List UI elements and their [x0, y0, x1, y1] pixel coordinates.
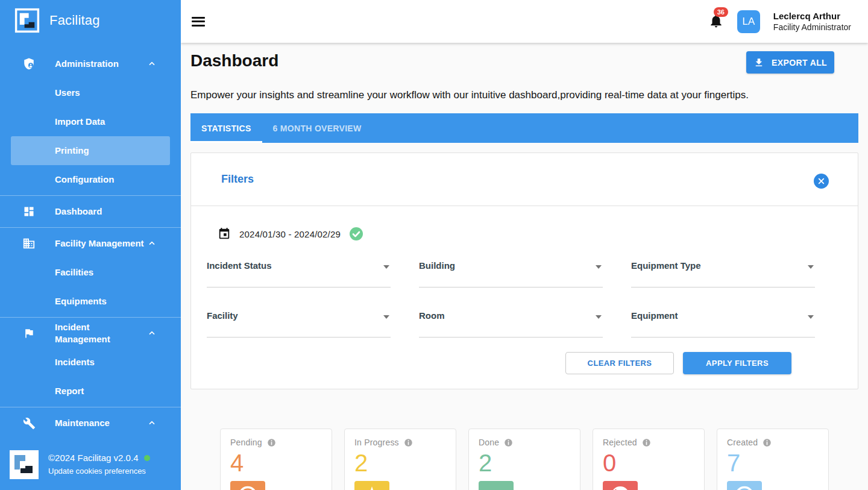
app-logo[interactable]: Facilitag [0, 0, 181, 39]
close-icon [817, 177, 825, 185]
chevron-down-icon [596, 265, 602, 269]
check-circle-icon [349, 227, 363, 241]
room-select[interactable]: Room [419, 310, 603, 338]
stat-card: Created 7 [717, 429, 829, 490]
sidebar-item-report[interactable]: Report [0, 377, 181, 406]
facilitag-footer-logo-icon [10, 450, 39, 479]
info-icon[interactable] [763, 438, 772, 447]
date-range-value: 2024/01/30 - 2024/02/29 [239, 229, 341, 239]
sidebar-divider [0, 227, 181, 228]
chevron-down-icon [808, 315, 814, 319]
info-icon[interactable] [642, 438, 651, 447]
page-title: Dashboard [190, 51, 278, 71]
stat-card: Pending 4 [220, 429, 332, 490]
topbar: 36 LA Leclercq Arthur Facility Administr… [181, 0, 868, 43]
filters-title: Filters [221, 173, 254, 186]
app-title: Facilitag [49, 13, 100, 28]
sidebar-item-facilities[interactable]: Facilities [0, 258, 181, 287]
dashboard-grid-icon [22, 204, 36, 219]
facilitag-logo-icon [14, 8, 40, 33]
stat-card: In Progress 2 [344, 429, 456, 490]
tab-statistics[interactable]: STATISTICS [190, 113, 262, 143]
user-role: Facility Administrator [773, 22, 851, 33]
sidebar-menu: Administration Users Import Data Printin… [0, 49, 181, 438]
chevron-up-icon [147, 59, 157, 69]
sidebar-divider [0, 317, 181, 318]
done-check-icon [479, 481, 514, 490]
stats-cards-row: Pending 4 In Progress 2 Done 2 [190, 429, 858, 490]
admin-shield-icon [22, 57, 36, 71]
sidebar: Facilitag Administration Users Import Da… [0, 0, 181, 490]
chevron-up-icon [147, 328, 157, 338]
hamburger-menu-icon[interactable] [192, 17, 205, 27]
filters-panel: Filters 2024/01/30 - 2024/02/29 Incident… [190, 152, 858, 389]
sidebar-divider [0, 407, 181, 407]
sidebar-footer: ©2024 Facilitag v2.0.4 Update cookies pr… [0, 443, 181, 490]
export-all-button[interactable]: EXPORT ALL [746, 51, 834, 74]
sidebar-item-configuration[interactable]: Configuration [0, 165, 181, 194]
clear-filters-button[interactable]: CLEAR FILTERS [565, 352, 674, 374]
page-subtitle: Empower your insights and streamline you… [190, 89, 858, 101]
wrench-icon [22, 416, 36, 430]
equipment-type-select[interactable]: Equipment Type [631, 260, 815, 287]
user-name: Leclercq Arthur [773, 10, 851, 22]
avatar[interactable]: LA [737, 10, 760, 33]
sidebar-item-incident-management[interactable]: Incident Management [0, 319, 181, 348]
info-icon[interactable] [267, 438, 276, 447]
sidebar-item-printing[interactable]: Printing [11, 136, 170, 165]
equipment-select[interactable]: Equipment [631, 310, 815, 338]
stat-card: Done 2 [468, 429, 580, 490]
info-icon[interactable] [504, 438, 513, 447]
status-dot [144, 455, 150, 461]
rejected-cancel-icon [603, 481, 638, 490]
notification-count-badge: 36 [714, 7, 728, 17]
building-icon [22, 236, 36, 251]
apply-filters-button[interactable]: APPLY FILTERS [683, 352, 791, 374]
chevron-down-icon [596, 315, 602, 319]
chevron-down-icon [808, 265, 814, 269]
download-icon [753, 57, 764, 68]
date-range-picker[interactable]: 2024/01/30 - 2024/02/29 [207, 227, 842, 241]
chevron-down-icon [383, 315, 389, 319]
chevron-down-icon [383, 265, 389, 269]
sidebar-item-dashboard[interactable]: Dashboard [0, 197, 181, 226]
stat-card: Rejected 0 [593, 429, 705, 490]
incident-status-select[interactable]: Incident Status [207, 260, 391, 287]
pending-clock-icon [230, 481, 265, 490]
created-add-icon [727, 481, 762, 490]
notifications-bell[interactable]: 36 [708, 13, 724, 31]
cookies-preferences-link[interactable]: Update cookies preferences [48, 465, 150, 478]
chevron-up-icon [147, 239, 157, 248]
sidebar-item-label: Administration [55, 58, 146, 70]
facility-select[interactable]: Facility [207, 310, 391, 338]
sidebar-item-incidents[interactable]: Incidents [0, 348, 181, 377]
chevron-up-icon [147, 418, 157, 428]
sidebar-item-administration[interactable]: Administration [0, 49, 181, 78]
sidebar-item-users[interactable]: Users [0, 78, 181, 107]
copyright-text: ©2024 Facilitag v2.0.4 [48, 451, 138, 465]
sidebar-item-maintenance[interactable]: Maintenance [0, 409, 181, 438]
user-info[interactable]: Leclercq Arthur Facility Administrator [773, 10, 851, 33]
flag-icon [22, 326, 36, 341]
sidebar-item-equipments[interactable]: Equipments [0, 287, 181, 316]
building-select[interactable]: Building [419, 260, 603, 287]
close-filters-button[interactable] [814, 174, 829, 189]
in-progress-star-icon [354, 481, 389, 490]
calendar-icon [218, 227, 231, 240]
sidebar-divider [0, 195, 181, 196]
tabbar: STATISTICS 6 MONTH OVERVIEW [190, 113, 858, 143]
info-icon[interactable] [404, 438, 413, 447]
sidebar-item-facility-management[interactable]: Facility Management [0, 229, 181, 258]
main-content: Dashboard EXPORT ALL Empower your insigh… [181, 43, 868, 490]
sidebar-item-import-data[interactable]: Import Data [0, 107, 181, 136]
tab-6-month-overview[interactable]: 6 MONTH OVERVIEW [262, 113, 373, 143]
